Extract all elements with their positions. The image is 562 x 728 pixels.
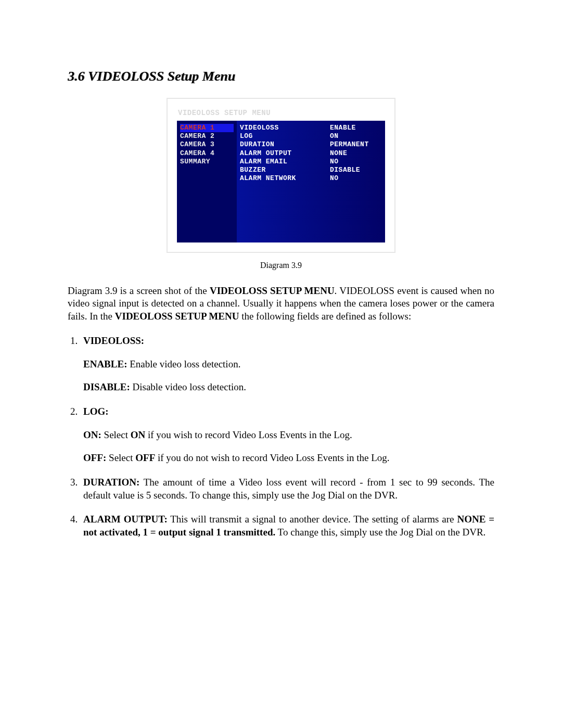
menu-value: ENABLE [330,124,382,132]
menu-row: ALARM NETWORK NO [240,174,382,183]
menu-value: NO [330,174,382,183]
menu-value: DISABLE [330,166,382,174]
menu-row: BUZZER DISABLE [240,166,382,174]
menu-row: ALARM EMAIL NO [240,158,382,166]
list-item: DURATION: The amount of time a Video los… [80,476,494,502]
menu-field: BUZZER [240,166,330,174]
menu-value: ON [330,132,382,141]
item-title: LOG: [83,406,109,417]
menu-row: DURATION PERMANENT [240,141,382,149]
menu-row: LOG ON [240,132,382,141]
menu-value: PERMANENT [330,141,382,149]
menu-row: VIDEOLOSS ENABLE [240,124,382,132]
sub-off: OFF: Select OFF if you do not wish to re… [83,452,494,465]
menu-left-item: CAMERA 1 [180,124,234,132]
diagram-caption: Diagram 3.9 [68,260,494,271]
menu-field: DURATION [240,141,330,149]
section-heading: 3.6 VIDEOLOSS Setup Menu [68,68,494,85]
menu-field: ALARM EMAIL [240,158,330,166]
menu-value: NONE [330,149,382,158]
menu-title: VIDEOLOSS SETUP MENU [177,108,385,118]
videoloss-menu-screenshot: VIDEOLOSS SETUP MENU CAMERA 1 CAMERA 2 C… [167,98,395,253]
item-title: ALARM OUTPUT: [83,514,168,525]
menu-left-item: SUMMARY [180,158,234,166]
menu-right-column: VIDEOLOSS ENABLE LOG ON DURATION PERMANE… [237,121,385,242]
menu-value: NO [330,158,382,166]
sub-enable: ENABLE: Enable video loss detection. [83,358,494,371]
menu-field: LOG [240,132,330,141]
item-title: VIDEOLOSS: [83,335,144,346]
menu-field: ALARM OUTPUT [240,149,330,158]
menu-body: CAMERA 1 CAMERA 2 CAMERA 3 CAMERA 4 SUMM… [177,121,385,242]
list-item: LOG: ON: Select ON if you wish to record… [80,405,494,465]
list-item: ALARM OUTPUT: This will transmit a signa… [80,513,494,539]
intro-paragraph: Diagram 3.9 is a screen shot of the VIDE… [68,285,494,323]
list-item: VIDEOLOSS: ENABLE: Enable video loss det… [80,335,494,394]
item-title: DURATION: [83,477,139,488]
field-definitions-list: VIDEOLOSS: ENABLE: Enable video loss det… [68,335,494,539]
menu-left-item: CAMERA 3 [180,141,234,149]
menu-left-item: CAMERA 2 [180,132,234,141]
menu-field: VIDEOLOSS [240,124,330,132]
sub-disable: DISABLE: Disable video loss detection. [83,381,494,394]
menu-left-item: CAMERA 4 [180,149,234,158]
sub-on: ON: Select ON if you wish to record Vide… [83,429,494,442]
menu-inner: VIDEOLOSS SETUP MENU CAMERA 1 CAMERA 2 C… [177,108,385,242]
menu-field: ALARM NETWORK [240,174,330,183]
menu-left-column: CAMERA 1 CAMERA 2 CAMERA 3 CAMERA 4 SUMM… [177,121,237,242]
menu-row: ALARM OUTPUT NONE [240,149,382,158]
